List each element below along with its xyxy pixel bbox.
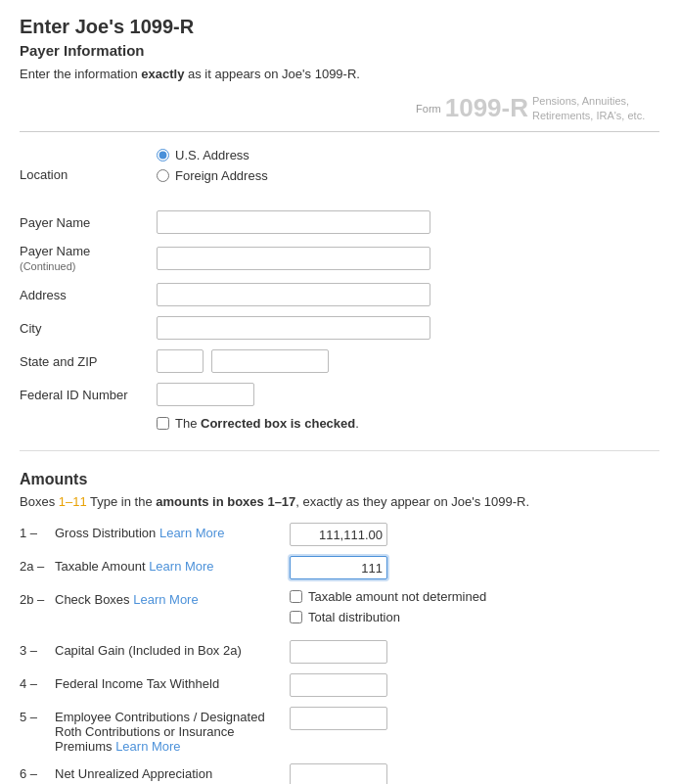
- foreign-address-option[interactable]: Foreign Address: [157, 168, 268, 183]
- city-row: City: [20, 316, 659, 340]
- payer-name-continued-row: Payer Name (Continued): [20, 244, 659, 273]
- box2a-input[interactable]: [290, 556, 387, 579]
- taxable-not-determined-checkbox[interactable]: [290, 590, 302, 603]
- box1-row: 1 – Gross Distribution Learn More: [20, 523, 659, 546]
- box1-desc: Gross Distribution Learn More: [55, 523, 290, 540]
- box-range: 1–11: [59, 494, 87, 509]
- box1-input[interactable]: [290, 523, 387, 546]
- payer-section-title: Payer Information: [20, 42, 659, 59]
- city-label: City: [20, 321, 157, 336]
- box3-row: 3 – Capital Gain (Included in Box 2a): [20, 640, 659, 664]
- box2b-checkboxes: Taxable amount not determined Total dist…: [290, 589, 486, 624]
- corrected-label: The Corrected box is checked.: [175, 416, 359, 431]
- box2a-desc: Taxable Amount Learn More: [55, 556, 290, 574]
- box6-desc: Net Unrealized Appreciation: [55, 763, 290, 781]
- corrected-checkbox[interactable]: [157, 417, 169, 430]
- location-label: Location: [20, 167, 157, 182]
- page-title: Enter Joe's 1099-R: [20, 16, 659, 38]
- federal-id-row: Federal ID Number: [20, 383, 659, 406]
- us-address-option[interactable]: U.S. Address: [157, 148, 268, 162]
- taxable-amount-opt[interactable]: Taxable amount not determined: [290, 589, 486, 604]
- payer-name-continued-input[interactable]: [157, 247, 430, 270]
- box6-input[interactable]: [290, 763, 387, 784]
- box5-row: 5 – Employee Contributions / Designated …: [20, 707, 659, 754]
- foreign-address-label: Foreign Address: [175, 168, 268, 183]
- amounts-section: Amounts Boxes 1–11 Type in the amounts i…: [20, 471, 659, 784]
- location-radio-group: U.S. Address Foreign Address: [157, 148, 268, 189]
- state-input[interactable]: [157, 349, 204, 373]
- box3-input[interactable]: [290, 640, 387, 664]
- payer-name-input[interactable]: [157, 210, 430, 234]
- city-input[interactable]: [157, 316, 430, 340]
- box2b-num: 2b –: [20, 589, 55, 607]
- location-field: Location U.S. Address Foreign Address: [20, 148, 659, 201]
- box2b-learn-more[interactable]: Learn More: [133, 592, 198, 607]
- box5-input[interactable]: [290, 707, 387, 730]
- foreign-address-radio[interactable]: [157, 169, 169, 182]
- form-number: 1099-R: [445, 93, 528, 123]
- box2a-learn-more[interactable]: Learn More: [149, 559, 213, 574]
- box4-input[interactable]: [290, 673, 387, 697]
- box2b-desc: Check Boxes Learn More: [55, 589, 290, 607]
- zip-input[interactable]: [211, 349, 329, 373]
- box2b-row: 2b – Check Boxes Learn More Taxable amou…: [20, 589, 659, 624]
- address-label: Address: [20, 288, 157, 302]
- box3-num: 3 –: [20, 640, 55, 658]
- box4-num: 4 –: [20, 673, 55, 691]
- form-label: Form: [416, 103, 441, 115]
- us-address-label: U.S. Address: [175, 148, 249, 162]
- intro-text: Enter the information exactly as it appe…: [20, 67, 659, 81]
- box5-num: 5 –: [20, 707, 55, 724]
- box4-desc: Federal Income Tax Withheld: [55, 673, 290, 691]
- box3-desc: Capital Gain (Included in Box 2a): [55, 640, 290, 658]
- federal-id-input[interactable]: [157, 383, 254, 406]
- total-distribution-label: Total distribution: [308, 610, 400, 624]
- address-input[interactable]: [157, 283, 430, 306]
- box4-row: 4 – Federal Income Tax Withheld: [20, 673, 659, 697]
- us-address-radio[interactable]: [157, 149, 169, 161]
- subtitle-prefix: Boxes: [20, 494, 59, 509]
- subtitle-middle: Type in the: [87, 494, 157, 509]
- total-distribution-checkbox[interactable]: [290, 611, 302, 623]
- subtitle-suffix: , exactly as they appear on Joe's 1099-R…: [295, 494, 529, 509]
- box2a-row: 2a – Taxable Amount Learn More: [20, 556, 659, 579]
- amounts-subtitle: Boxes 1–11 Type in the amounts in boxes …: [20, 494, 659, 509]
- federal-id-label: Federal ID Number: [20, 388, 157, 402]
- state-zip-label: State and ZIP: [20, 354, 157, 369]
- box2a-num: 2a –: [20, 556, 55, 574]
- box6-row: 6 – Net Unrealized Appreciation: [20, 763, 659, 784]
- address-row: Address: [20, 283, 659, 306]
- corrected-row: The Corrected box is checked.: [157, 416, 659, 431]
- total-distribution-opt[interactable]: Total distribution: [290, 610, 486, 624]
- box5-learn-more[interactable]: Learn More: [115, 739, 180, 754]
- state-zip-row: State and ZIP: [20, 349, 659, 373]
- payer-name-row: Payer Name: [20, 210, 659, 234]
- box1-learn-more[interactable]: Learn More: [159, 526, 224, 540]
- form-header: Form 1099-R Pensions, Annuities, Retirem…: [20, 93, 659, 132]
- amounts-title: Amounts: [20, 471, 659, 488]
- form-title: Pensions, Annuities, Retirements, IRA's,…: [532, 94, 659, 122]
- box5-desc: Employee Contributions / Designated Roth…: [55, 707, 290, 754]
- box1-num: 1 –: [20, 523, 55, 540]
- payer-name-label: Payer Name: [20, 215, 157, 230]
- subtitle-bold: amounts in boxes 1–17: [156, 494, 295, 509]
- box6-num: 6 –: [20, 763, 55, 781]
- payer-name-continued-label: Payer Name (Continued): [20, 244, 157, 273]
- section-divider: [20, 450, 659, 451]
- taxable-not-determined-label: Taxable amount not determined: [308, 589, 486, 604]
